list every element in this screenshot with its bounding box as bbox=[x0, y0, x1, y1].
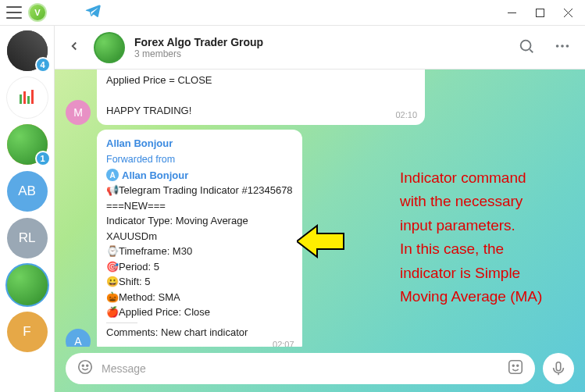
svg-rect-3 bbox=[23, 91, 26, 104]
sender-name[interactable]: Allan Bonjour bbox=[106, 136, 293, 151]
search-icon[interactable] bbox=[513, 33, 540, 62]
window-close-button[interactable] bbox=[554, 2, 582, 23]
svg-rect-5 bbox=[31, 90, 34, 104]
chat-header: Forex Algo Trader Group 3 members bbox=[55, 26, 585, 69]
svg-point-11 bbox=[82, 365, 84, 366]
fwd-avatar-icon: A bbox=[106, 169, 119, 181]
message-bubble[interactable]: Applied Price = CLOSE HAPPY TRADING! 02:… bbox=[97, 69, 425, 125]
svg-point-8 bbox=[561, 45, 564, 48]
message-text: Indicator Type: Moving Average bbox=[106, 213, 293, 229]
chat-item-4[interactable]: RL bbox=[7, 218, 48, 258]
svg-point-10 bbox=[79, 361, 92, 374]
svg-rect-0 bbox=[508, 12, 516, 13]
message-text: HAPPY TRADING! bbox=[106, 103, 416, 119]
sender-avatar[interactable]: A bbox=[66, 329, 91, 347]
sender-avatar[interactable]: M bbox=[66, 100, 91, 125]
svg-point-7 bbox=[556, 45, 559, 48]
message-input[interactable] bbox=[102, 362, 499, 375]
telegram-logo-icon bbox=[84, 2, 102, 23]
message-text: 🍎Applied Price: Close bbox=[106, 305, 293, 320]
message-text: ===NEW=== bbox=[106, 198, 293, 214]
message-text bbox=[106, 88, 416, 104]
messages-area[interactable]: M Applied Price = CLOSE HAPPY TRADING! 0… bbox=[55, 69, 585, 347]
chat-item-5[interactable] bbox=[7, 265, 48, 305]
svg-point-14 bbox=[512, 365, 514, 366]
forwarded-from[interactable]: A Allan Bonjour bbox=[106, 168, 188, 184]
svg-rect-16 bbox=[556, 362, 561, 371]
message-text: 🎃Method: SMA bbox=[106, 290, 293, 305]
message-text: Applied Price = CLOSE bbox=[106, 73, 416, 88]
group-avatar[interactable] bbox=[94, 32, 125, 63]
svg-point-6 bbox=[521, 40, 531, 50]
unread-badge: 4 bbox=[35, 57, 51, 73]
account-avatar[interactable]: V bbox=[28, 3, 47, 22]
chat-item-3[interactable]: AB bbox=[7, 171, 48, 212]
voice-button[interactable] bbox=[543, 353, 574, 384]
group-members: 3 members bbox=[134, 48, 504, 59]
svg-point-15 bbox=[517, 365, 519, 366]
svg-rect-13 bbox=[509, 361, 523, 374]
window-minimize-button[interactable] bbox=[498, 2, 526, 23]
message-text: 🎯Period: 5 bbox=[106, 259, 293, 275]
group-info[interactable]: Forex Algo Trader Group 3 members bbox=[134, 36, 504, 59]
chat-item-0[interactable]: 4 bbox=[7, 30, 48, 71]
svg-point-12 bbox=[87, 365, 88, 366]
window-maximize-button[interactable] bbox=[526, 2, 554, 23]
message-comment: Comments: New chart indicator bbox=[106, 325, 293, 340]
group-name: Forex Algo Trader Group bbox=[134, 36, 504, 48]
svg-rect-4 bbox=[27, 96, 30, 104]
svg-rect-1 bbox=[536, 9, 544, 16]
sticker-icon[interactable] bbox=[507, 358, 524, 379]
chat-item-6[interactable]: F bbox=[7, 312, 48, 352]
message-row: A Allan Bonjour Forwarded from A Allan B… bbox=[66, 130, 574, 347]
back-button[interactable] bbox=[64, 36, 84, 59]
message-input-box bbox=[66, 353, 535, 384]
chat-sidebar: 4 1 AB RL F bbox=[0, 26, 55, 392]
message-time: 02:10 bbox=[395, 109, 417, 122]
message-text: XAUUSDm bbox=[106, 229, 293, 244]
message-text: ⌚Timeframe: M30 bbox=[106, 244, 293, 259]
unread-badge: 1 bbox=[35, 151, 51, 166]
more-icon[interactable] bbox=[549, 33, 576, 62]
svg-point-9 bbox=[566, 45, 569, 48]
emoji-icon[interactable] bbox=[77, 358, 94, 379]
forwarded-label: Forwarded from bbox=[106, 152, 293, 167]
svg-rect-2 bbox=[20, 94, 22, 104]
message-text: 😀Shift: 5 bbox=[106, 274, 293, 290]
chat-item-1[interactable] bbox=[7, 77, 48, 118]
hamburger-menu[interactable] bbox=[6, 6, 22, 19]
message-time: 02:07 bbox=[273, 338, 294, 347]
message-text: 📢Telegram Trading Indicator #12345678 bbox=[106, 183, 293, 198]
chat-item-2[interactable]: 1 bbox=[7, 124, 48, 165]
message-row: M Applied Price = CLOSE HAPPY TRADING! 0… bbox=[66, 69, 574, 125]
titlebar: V bbox=[0, 0, 585, 25]
message-bubble[interactable]: Allan Bonjour Forwarded from A Allan Bon… bbox=[97, 130, 302, 347]
input-bar bbox=[55, 347, 585, 392]
